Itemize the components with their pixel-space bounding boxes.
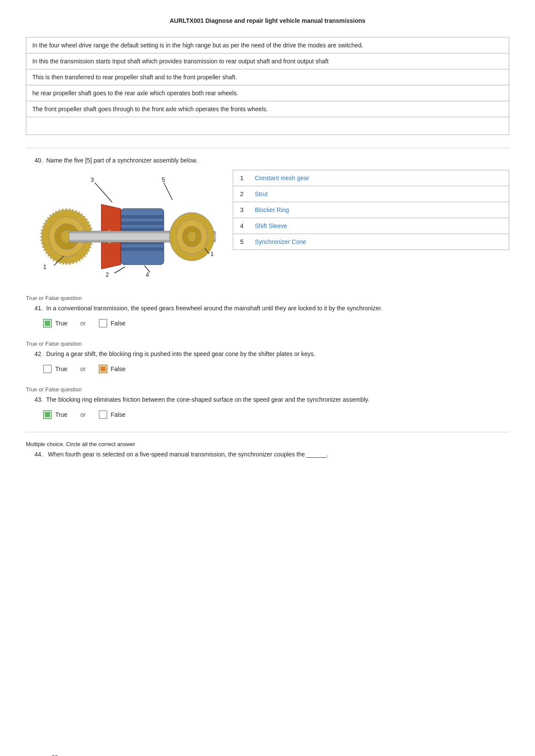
svg-text:1: 1 xyxy=(210,250,214,257)
q42-true-checkbox[interactable] xyxy=(43,365,52,373)
q42-false-checkbox[interactable] xyxy=(99,365,107,373)
answer-row-3: 3 Blocker Ring xyxy=(233,202,509,218)
answer-row-5: 5 Synchronizer Cone xyxy=(233,234,509,250)
q42-false-option[interactable]: False xyxy=(99,365,125,373)
tf-label-42: True or False question xyxy=(26,341,509,347)
info-box-5: The front propeller shaft goes through t… xyxy=(26,101,509,117)
svg-text:2: 2 xyxy=(106,271,109,278)
q43-or-text: or xyxy=(80,411,85,418)
info-boxes-wrapper: In the four wheel drive range the defaul… xyxy=(26,37,509,135)
page-header: AURLTX001 Diagnose and repair light vehi… xyxy=(26,17,509,24)
q43-true-checkbox[interactable] xyxy=(43,410,52,419)
q43-true-label: True xyxy=(55,411,67,418)
info-box-empty xyxy=(26,117,509,134)
svg-point-28 xyxy=(188,231,196,242)
info-box-3: This is then transferred to rear propell… xyxy=(26,69,509,85)
info-box-4: he rear propeller shaft goes to the rear… xyxy=(26,85,509,101)
tf-block-43: True or False question 43. The blocking … xyxy=(26,386,509,419)
q41-options: True or False xyxy=(43,319,509,328)
q41-false-option[interactable]: False xyxy=(99,319,125,328)
q42-false-label: False xyxy=(111,366,125,372)
q42-true-label: True xyxy=(55,366,67,372)
question-40: 40. Name the five [5] part of a synchron… xyxy=(26,157,509,282)
q41-true-label: True xyxy=(55,320,67,327)
q42-or-text: or xyxy=(80,366,85,372)
divider-2 xyxy=(26,432,509,432)
multiple-choice-label: Multiple choice. Circle all the correct … xyxy=(26,441,509,447)
multiple-choice-section: Multiple choice. Circle all the correct … xyxy=(26,441,509,459)
q42-text: 42. During a gear shift, the blocking ri… xyxy=(34,350,509,359)
tf-label-41: True or False question xyxy=(26,295,509,301)
tf-block-42: True or False question 42. During a gear… xyxy=(26,341,509,373)
q42-true-option[interactable]: True xyxy=(43,365,67,373)
header-title: AURLTX001 Diagnose and repair light vehi… xyxy=(169,17,365,24)
q41-false-checkbox[interactable] xyxy=(99,319,107,328)
answer-row-1: 1 Constant mesh gear xyxy=(233,170,509,186)
q43-false-label: False xyxy=(111,411,125,418)
divider-1 xyxy=(26,148,509,148)
answer-row-2: 2 Strut xyxy=(233,186,509,202)
info-box-1: In the four wheel drive range the defaul… xyxy=(26,37,509,53)
q43-options: True or False xyxy=(43,410,509,419)
q41-text: 41. In a conventional transmission, the … xyxy=(34,304,509,313)
tf-block-41: True or False question 41. In a conventi… xyxy=(26,295,509,328)
tf-label-43: True or False question xyxy=(26,386,509,393)
q43-false-option[interactable]: False xyxy=(99,410,125,419)
q41-true-checkbox[interactable] xyxy=(43,319,52,328)
info-box-2: In this the transmission starts Input sh… xyxy=(26,53,509,69)
q43-false-checkbox[interactable] xyxy=(99,410,107,419)
q40-text: 40. Name the five [5] part of a synchron… xyxy=(34,157,509,164)
synchronizer-diagram: 3 5 1 xyxy=(34,170,220,282)
q44-text: 44. When fourth gear is selected on a fi… xyxy=(34,450,509,459)
page-number: 32 xyxy=(52,754,58,756)
svg-text:5: 5 xyxy=(162,176,165,183)
svg-rect-15 xyxy=(121,222,164,225)
svg-rect-19 xyxy=(121,247,164,251)
svg-text:1: 1 xyxy=(43,263,47,270)
q41-true-option[interactable]: True xyxy=(43,319,67,328)
q40-answers-table: 1 Constant mesh gear 2 Strut 3 Blocker R… xyxy=(233,170,509,250)
svg-text:4: 4 xyxy=(146,271,149,278)
svg-rect-14 xyxy=(121,215,164,219)
q43-true-option[interactable]: True xyxy=(43,410,67,419)
q41-false-label: False xyxy=(111,320,125,327)
svg-text:3: 3 xyxy=(91,176,94,183)
q41-or-text: or xyxy=(80,320,85,327)
answer-row-4: 4 Shift Sleeve xyxy=(233,218,509,234)
q42-options: True or False xyxy=(43,365,509,373)
q43-text: 43. The blocking ring eliminates frictio… xyxy=(34,395,509,404)
